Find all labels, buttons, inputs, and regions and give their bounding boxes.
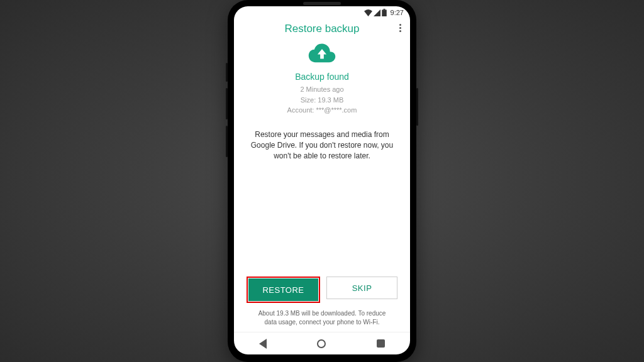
backup-account: Account: ***@****.com [287,105,357,116]
back-icon [259,339,267,349]
home-button[interactable] [317,339,326,348]
button-row: RESTORE SKIP [245,277,399,303]
phone-speaker [303,2,341,5]
volume-up-button [226,88,228,119]
battery-icon [382,9,387,16]
backup-found-label: Backup found [295,72,349,82]
recent-apps-icon [377,339,385,348]
screen: 9:27 Restore backup Backup found 2 Minut… [234,6,410,354]
cloud-upload-icon [308,43,336,67]
back-button[interactable] [259,339,267,349]
phone-frame: 9:27 Restore backup Backup found 2 Minut… [228,0,416,362]
home-icon [317,339,326,348]
content: Backup found 2 Minutes ago Size: 19.3 MB… [234,41,410,332]
backup-meta: 2 Minutes ago Size: 19.3 MB Account: ***… [287,84,357,116]
navigation-bar [234,332,410,354]
backup-size: Size: 19.3 MB [287,95,357,106]
side-button [226,63,228,82]
backup-time: 2 Minutes ago [287,84,357,95]
status-time: 9:27 [391,9,404,16]
restore-highlight: RESTORE [247,277,320,303]
signal-icon [374,9,380,16]
status-bar: 9:27 [234,6,410,19]
page-title: Restore backup [284,23,359,35]
recent-apps-button[interactable] [377,339,385,348]
volume-down-button [226,126,228,157]
header: Restore backup [234,19,410,41]
svg-rect-0 [383,9,385,10]
power-button [416,88,418,126]
svg-rect-1 [382,10,387,17]
footer-note: About 19.3 MB will be downloaded. To red… [245,309,399,327]
wifi-icon [364,9,372,16]
overflow-menu-button[interactable] [399,24,401,32]
restore-message: Restore your messages and media from Goo… [245,129,399,162]
restore-button[interactable]: RESTORE [248,278,318,301]
skip-button[interactable]: SKIP [326,277,397,299]
